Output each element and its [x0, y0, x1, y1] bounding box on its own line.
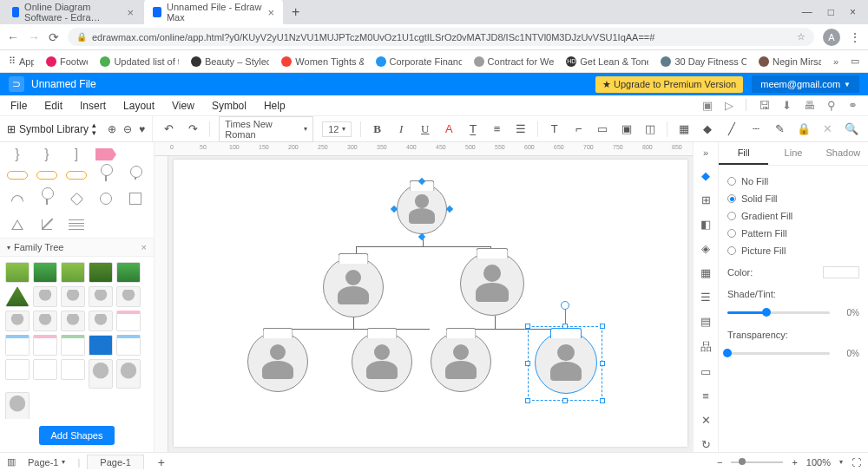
page-tab[interactable]: Page-1 — [87, 455, 143, 469]
redo-icon[interactable]: ↷ — [186, 122, 201, 135]
apps-button[interactable]: ⠿Apps — [9, 56, 34, 67]
section-header-family-tree[interactable]: ▾ Family Tree × — [0, 238, 154, 257]
back-icon[interactable]: ← — [7, 30, 19, 44]
layers-icon[interactable]: ☰ — [698, 290, 713, 304]
shape-pin[interactable] — [125, 168, 146, 182]
grid-icon[interactable]: ▤ — [698, 315, 713, 329]
crop-icon[interactable]: ◫ — [642, 122, 658, 135]
group-icon[interactable]: 品 — [698, 339, 713, 355]
favorite-icon[interactable]: ♥ — [139, 123, 145, 135]
search-tool-icon[interactable]: 🔍 — [844, 122, 859, 135]
shape-pill-orange[interactable] — [66, 168, 87, 182]
collaborate-icon[interactable]: ⚭ — [848, 99, 858, 112]
forward-icon[interactable]: → — [28, 30, 40, 44]
add-shapes-button[interactable]: Add Shapes — [39, 426, 115, 445]
font-family-select[interactable]: Times New Roman▾ — [219, 116, 313, 142]
layout-icon[interactable]: ▦ — [698, 265, 713, 279]
rotate-handle[interactable] — [561, 301, 569, 310]
user-account-button[interactable]: meem@gmail.com ▼ — [752, 75, 859, 93]
align-icon[interactable]: ≡ — [490, 122, 505, 135]
page-setup-icon[interactable]: ▭ — [698, 365, 713, 379]
menu-symbol[interactable]: Symbol — [212, 100, 247, 112]
browser-tab-active[interactable]: Unnamed File - Edraw Max × — [144, 0, 283, 26]
bookmark-item[interactable]: HDGet Lean & Toned I… — [566, 56, 648, 67]
shape-brace-right[interactable]: } — [44, 147, 49, 161]
shape-rect-icon[interactable]: ▭ — [595, 122, 610, 135]
resize-handle[interactable] — [600, 361, 605, 366]
shape-bracket[interactable]: ] — [75, 147, 78, 161]
bookmark-item[interactable]: Negin Mirsalehi — [759, 56, 821, 67]
shape-person-card[interactable] — [5, 311, 30, 331]
shape-right-triangle[interactable] — [36, 215, 57, 234]
fill-bucket-icon[interactable]: ◆ — [700, 122, 716, 135]
zoom-out-icon[interactable]: ⊖ — [123, 123, 132, 135]
shape-card[interactable] — [89, 359, 113, 389]
bookmark-item[interactable]: 30 Day Fitness Chal… — [661, 56, 746, 67]
anchor-handle[interactable] — [446, 206, 453, 213]
fill-option-none[interactable]: No Fill — [727, 173, 859, 190]
browser-menu-icon[interactable]: ⋮ — [849, 30, 861, 44]
shape-triangle[interactable] — [7, 215, 28, 234]
shape-tree[interactable] — [33, 262, 57, 283]
bookmark-item[interactable]: Contract for Weddi… — [474, 56, 555, 67]
shape-pin[interactable] — [36, 189, 57, 208]
shape-card-navy[interactable] — [89, 335, 113, 356]
menu-file[interactable]: File — [10, 100, 27, 112]
font-size-select[interactable]: 12▾ — [322, 121, 352, 137]
undo-icon[interactable]: ↶ — [161, 122, 177, 135]
shape-circle[interactable] — [95, 189, 116, 208]
shape-card-pink[interactable] — [116, 311, 141, 331]
color-swatch[interactable] — [823, 266, 859, 278]
shape-pill-orange[interactable] — [7, 168, 28, 182]
underline-icon[interactable]: U — [418, 122, 433, 136]
menu-edit[interactable]: Edit — [44, 100, 62, 112]
tab-fill[interactable]: Fill — [719, 142, 768, 165]
page-selector[interactable]: Page-1 ▾ — [23, 455, 70, 469]
org-node[interactable] — [460, 252, 524, 316]
add-page-button[interactable]: + — [151, 455, 172, 469]
shape-tree[interactable] — [5, 262, 30, 283]
image-icon[interactable]: ▣ — [619, 122, 635, 135]
fullscreen-icon[interactable]: ⛶ — [852, 457, 861, 468]
lock-tool-icon[interactable]: 🔒 — [796, 122, 812, 135]
shape-person-card[interactable] — [61, 286, 85, 307]
shape-card[interactable] — [116, 359, 141, 389]
bookmarks-overflow-icon[interactable]: » — [833, 56, 838, 67]
close-icon[interactable]: × — [267, 6, 274, 19]
shape-pin[interactable] — [95, 168, 116, 182]
bookmark-item[interactable]: Footwear — [46, 56, 88, 67]
shape-tree[interactable] — [89, 262, 113, 283]
browser-tab[interactable]: Online Diagram Software - Edra… × — [3, 0, 142, 26]
resize-handle[interactable] — [562, 398, 568, 403]
shape-card[interactable] — [116, 335, 141, 356]
new-tab-button[interactable]: + — [285, 3, 306, 22]
profile-avatar[interactable]: A — [823, 29, 840, 46]
italic-icon[interactable]: I — [393, 122, 409, 136]
org-node[interactable] — [397, 184, 447, 234]
shape-person-card[interactable] — [33, 286, 57, 307]
resize-handle[interactable] — [600, 324, 605, 329]
anchor-handle[interactable] — [418, 233, 425, 240]
pages-list-icon[interactable]: ▥ — [7, 456, 16, 468]
align-dist-icon[interactable]: ≡ — [698, 389, 713, 403]
shape-card[interactable] — [33, 359, 57, 380]
shape-person-card[interactable] — [89, 311, 113, 331]
print-icon[interactable]: 🖶 — [804, 99, 815, 112]
line-style-icon[interactable]: ╱ — [724, 122, 740, 135]
minimize-icon[interactable]: — — [802, 6, 812, 18]
shape-brace-left[interactable]: } — [15, 147, 19, 161]
shape-card[interactable] — [5, 392, 30, 419]
bold-icon[interactable]: B — [370, 122, 385, 136]
download-icon[interactable]: ⬇ — [782, 99, 792, 112]
shape-pine-tree[interactable] — [5, 286, 30, 307]
highlight-icon[interactable]: T̲ — [465, 122, 481, 135]
font-color-icon[interactable]: A — [442, 122, 457, 135]
symbol-library-button[interactable]: ⊞ Symbol Library ▴▾ — [7, 121, 96, 137]
maximize-icon[interactable]: □ — [828, 6, 834, 18]
zoom-value[interactable]: 100% — [806, 457, 831, 468]
close-icon[interactable]: × — [127, 6, 134, 19]
bookmark-item[interactable]: Corporate Finance J… — [376, 56, 462, 67]
bookmark-item[interactable]: Women Tights & Tr… — [281, 56, 363, 67]
transparency-slider[interactable] — [727, 352, 830, 355]
shape-card[interactable] — [61, 359, 85, 380]
